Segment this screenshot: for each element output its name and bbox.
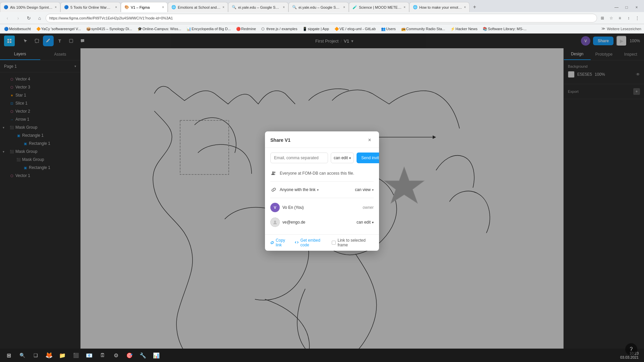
bookmark-campus[interactable]: 🎓 Online-Campus: Wiss... — [136, 26, 183, 32]
user-role-ve-dropdown[interactable]: can edit ▾ — [357, 220, 374, 225]
bookmark-gitlab[interactable]: 🔶 VE / elog-uml - GitLab — [333, 26, 377, 32]
browser-chrome: 🔵 Als 100% Design Sprint Age... × 🔵 5 To… — [0, 0, 644, 34]
email-input[interactable] — [270, 153, 328, 163]
home-button[interactable]: ⌂ — [35, 13, 44, 23]
tab-3-label: V1 – Figma — [131, 5, 160, 9]
taskbar-taskview-button[interactable]: ❑ — [30, 349, 42, 361]
taskbar-app11-button[interactable]: 📊 — [150, 349, 162, 361]
tab-8[interactable]: 🌐 How to make your emotions... × — [409, 2, 470, 12]
link-to-frame-checkbox[interactable] — [332, 241, 336, 245]
bookmark-sipgate[interactable]: 📱 sipgate | App — [301, 26, 330, 32]
bookmark-synology[interactable]: 📦 syn0415 – Synology Di... — [85, 26, 133, 32]
tab-4-close[interactable]: × — [222, 5, 224, 9]
reader-btn[interactable]: ≡ — [616, 14, 624, 22]
reload-button[interactable]: ↻ — [24, 13, 34, 23]
bookmark-meistbesucht[interactable]: 🔵 Meistbesucht — [3, 26, 32, 32]
taskbar: ⊞ 🔍 ❑ 🦊 📁 ⬛ 📧 🗓 ⚙ 🎯 🔧 📊 10:23 03.03.2021 — [0, 349, 644, 362]
taskbar-email-button[interactable]: 📧 — [83, 349, 95, 361]
sync-btn[interactable]: ↕ — [625, 14, 633, 22]
minimize-button[interactable]: — — [612, 3, 621, 12]
tab-8-favicon: 🌐 — [413, 5, 418, 10]
access-message: Everyone at FOM-DB can access this file. — [280, 171, 354, 176]
modal-title: Share V1 — [270, 137, 290, 143]
taskbar-search-button[interactable]: 🔍 — [16, 349, 28, 361]
link-access-row: Anyone with the link ▾ can view ▾ — [270, 184, 374, 196]
new-tab-button[interactable]: + — [470, 2, 480, 12]
taskbar-calendar-button[interactable]: 🗓 — [97, 349, 109, 361]
tab-6[interactable]: 🔍 ei.yale.edu – Google Suche × — [288, 2, 349, 12]
bookmark-redmine[interactable]: 🔴 Redmine — [235, 26, 257, 32]
taskbar-settings-button[interactable]: ⚙ — [110, 349, 122, 361]
access-info: Everyone at FOM-DB can access this file. — [270, 167, 374, 179]
nav-bar: ‹ › ↻ ⌂ https://www.figma.com/file/Pil9T… — [0, 12, 644, 24]
tab-7[interactable]: 🧪 Science | MOOD METER APP × — [349, 2, 409, 12]
taskbar-date-text: 03.03.2021 — [620, 355, 639, 359]
tab-5-favicon: 🔍 — [232, 5, 236, 10]
tab-1-close[interactable]: × — [55, 5, 57, 9]
bookmarks-more[interactable]: ≫ Weitere Lesezeichen — [601, 26, 641, 31]
tab-2-favicon: 🔵 — [64, 5, 69, 10]
forward-button[interactable]: › — [13, 13, 23, 23]
send-invite-button[interactable]: Send invite — [357, 153, 379, 163]
close-button[interactable]: × — [632, 3, 641, 12]
tab-5-label: ei.yale.edu – Google Suche — [238, 5, 281, 9]
can-view-dropdown[interactable]: can view ▾ — [355, 187, 374, 192]
svg-point-18 — [274, 221, 276, 223]
windows-start-button[interactable]: ⊞ — [3, 349, 15, 361]
user-row-ve: ve@engo.de can edit ▾ — [270, 215, 374, 230]
tab-6-favicon: 🔍 — [292, 5, 297, 10]
tab-8-close[interactable]: × — [464, 5, 466, 9]
svg-point-16 — [272, 172, 274, 173]
taskbar-app9-button[interactable]: 🎯 — [123, 349, 136, 361]
people-icon — [270, 170, 277, 177]
bookmark-software[interactable]: 📚 Software Library: MS-... — [481, 26, 528, 32]
link-icon — [270, 186, 277, 193]
menu-btn[interactable]: ⋮ — [633, 14, 641, 22]
copy-link-button[interactable]: Copy link — [270, 238, 291, 247]
tab-6-close[interactable]: × — [343, 5, 345, 9]
link-chevron-icon: ▾ — [317, 188, 319, 192]
modal-close-button[interactable]: × — [366, 136, 374, 144]
tab-4-label: Emotions at School and Wor... — [178, 5, 221, 9]
maximize-button[interactable]: □ — [622, 3, 631, 12]
tab-1-label: Als 100% Design Sprint Age... — [10, 5, 53, 9]
bookmark-hackernews[interactable]: ⚡ Hacker News — [449, 26, 479, 32]
tab-7-favicon: 🧪 — [353, 5, 357, 10]
bookmark-yacy[interactable]: 🔶 YaCy 'softwareengel V... — [35, 26, 82, 32]
tab-3-favicon: 🎨 — [124, 5, 129, 10]
user-row-vo: V Vo En (You) owner — [270, 200, 374, 215]
can-edit-chevron-icon: ▾ — [349, 156, 351, 160]
tab-2[interactable]: 🔵 5 Tools für Online Warm-Up... × — [60, 2, 121, 12]
tab-3[interactable]: 🎨 V1 – Figma × — [121, 2, 168, 12]
tab-7-close[interactable]: × — [404, 5, 406, 9]
bookmark-encyclopedia[interactable]: 📊 Encyclopedia of Big D... — [185, 26, 232, 32]
tab-5-close[interactable]: × — [283, 5, 285, 9]
can-edit-dropdown[interactable]: can edit ▾ — [331, 153, 354, 163]
bookmark-radio[interactable]: 📻 Community Radio Sta... — [400, 26, 446, 32]
back-button[interactable]: ‹ — [3, 13, 12, 23]
embed-code-button[interactable]: Get embed code — [295, 238, 328, 247]
bookmark-btn[interactable]: ☆ — [607, 14, 615, 22]
tab-3-close[interactable]: × — [162, 5, 164, 9]
taskbar-app10-button[interactable]: 🔧 — [137, 349, 149, 361]
address-bar[interactable]: https://www.figma.com/file/Pil9TVc1EeH2p… — [46, 14, 597, 22]
user-role-chevron-icon: ▾ — [372, 221, 374, 224]
user-name-ve: ve@engo.de — [282, 220, 354, 225]
tab-1[interactable]: 🔵 Als 100% Design Sprint Age... × — [0, 2, 60, 12]
tab-2-close[interactable]: × — [115, 5, 117, 9]
user-role-vo: owner — [363, 205, 374, 210]
taskbar-terminal-button[interactable]: ⬛ — [70, 349, 82, 361]
user-avatar-ve — [270, 218, 280, 227]
taskbar-firefox-button[interactable]: 🦊 — [43, 349, 55, 361]
tab-4[interactable]: 🌐 Emotions at School and Wor... × — [168, 2, 228, 12]
bookmark-threejs[interactable]: ⬡ three.js / examples — [260, 26, 299, 32]
bookmark-users[interactable]: 👥 Users — [380, 26, 397, 32]
modal-footer: Copy link Get embed code Link to selecte… — [265, 234, 379, 251]
tab-5[interactable]: 🔍 ei.yale.edu – Google Suche × — [228, 2, 288, 12]
tab-8-label: How to make your emotions... — [419, 5, 462, 9]
link-to-frame-option[interactable]: Link to selected frame — [332, 238, 374, 247]
taskbar-files-button[interactable]: 📁 — [56, 349, 68, 361]
extensions-btn[interactable]: ⊞ — [598, 14, 606, 22]
link-label[interactable]: Anyone with the link ▾ — [280, 187, 352, 192]
can-view-chevron-icon: ▾ — [372, 188, 374, 192]
